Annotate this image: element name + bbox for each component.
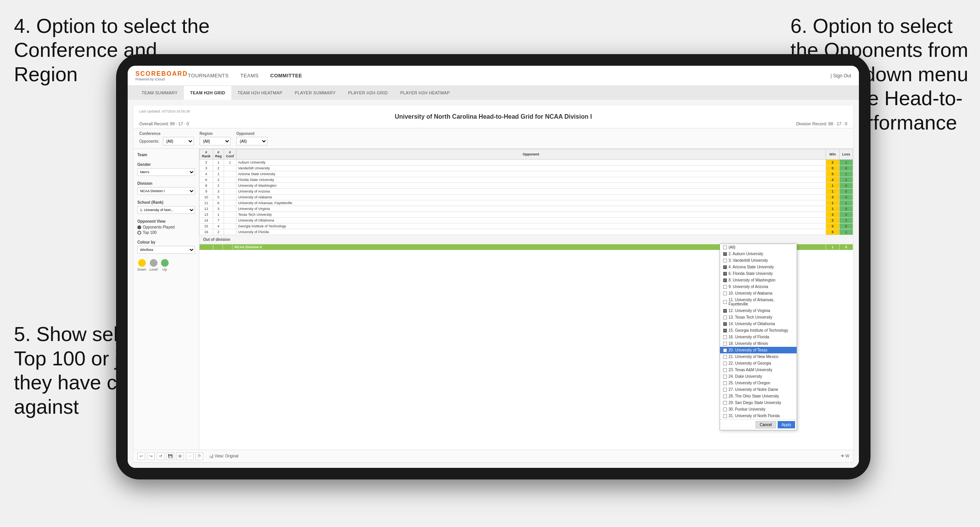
filter-conference: Conference Opponents: (All) [139,131,194,145]
dropdown-item[interactable]: 31. University of North Florida [720,413,797,419]
cell-rank: 12 [200,206,213,212]
subnav-player-h2h-grid[interactable]: PLAYER H2H GRID [342,86,394,100]
region-select[interactable]: (All) [200,137,231,145]
school-select[interactable]: 1. University of Nort... [137,206,195,214]
dropdown-checkbox [723,394,727,398]
cell-loss: 0 [840,212,853,218]
subnav-team-h2h-grid[interactable]: TEAM H2H GRID [184,86,231,100]
radio-opponents-played[interactable]: Opponents Played [137,225,195,229]
cell-rank: 8 [200,183,213,189]
dropdown-item-label: (All) [729,245,735,249]
dropdown-item[interactable]: 28. The Ohio State University [720,393,797,399]
cell-reg: 2 [213,177,224,183]
dropdown-item-label: 22. University of Georgia [729,361,771,365]
nav-signout[interactable]: | Sign Out [831,73,851,78]
legend-up-circle [161,259,169,267]
conference-select[interactable]: (All) [163,137,194,145]
nav-committee[interactable]: COMMITTEE [270,73,303,78]
cancel-button[interactable]: Cancel [756,421,776,428]
dropdown-checkbox: ✓ [723,322,727,326]
subnav-player-h2h-heatmap[interactable]: PLAYER H2H HEATMAP [394,86,456,100]
nav-teams[interactable]: TEAMS [240,73,258,78]
dropdown-item-label: 8. University of Washington [729,278,775,282]
dropdown-item[interactable]: 27. University of Notre Dame [720,386,797,393]
cell-loss: 1 [840,160,853,165]
eye-icon: 👁 W [841,454,849,458]
cell-reg: 5 [213,194,224,200]
dropdown-item[interactable]: ✓4. Arizona State University [720,264,797,270]
dropdown-checkbox [723,401,727,405]
dropdown-item-label: 15. Georgia Institute of Technology [729,328,788,333]
subnav-team-h2h-heatmap[interactable]: TEAM H2H HEATMAP [231,86,289,100]
division-select[interactable]: NCAA Division I [137,187,195,195]
dropdown-checkbox [723,381,727,385]
dropdown-item-label: 13. Texas Tech University [729,315,772,319]
school-label: School (Rank) [137,200,195,205]
redo-button[interactable]: ↪ [147,452,155,460]
dropdown-item[interactable]: 11. University of Arkansas, Fayetteville [720,297,797,307]
clock-button[interactable]: ⏱ [195,452,203,460]
undo-button[interactable]: ↩ [137,452,145,460]
copy-button[interactable]: ⊞ [176,452,184,460]
table-row: 12 3 University of Virginia 1 0 [200,206,853,212]
subnav-team-summary[interactable]: TEAM SUMMARY [135,86,184,100]
dropdown-item[interactable]: ✓15. Georgia Institute of Technology [720,327,797,334]
apply-button[interactable]: Apply [778,421,795,428]
colour-select[interactable]: Win/loss [137,246,195,254]
h2h-table: #Rank #Reg #Conf Opponent Win Loss 2 [199,149,853,235]
dropdown-item[interactable]: 9. University of Arizona [720,283,797,290]
dropdown-item[interactable]: ✓14. University of Oklahoma [720,321,797,327]
cell-win: 1 [826,189,840,194]
dropdown-item[interactable]: 24. Duke University [720,373,797,380]
cell-conf [224,171,236,177]
dropdown-item[interactable]: 21. University of New Mexico [720,353,797,360]
dropdown-checkbox: ✓ [723,272,727,276]
subnav-player-summary[interactable]: PLAYER SUMMARY [289,86,342,100]
dropdown-item[interactable]: 18. University of Illinois [720,340,797,347]
table-row: 9 3 University of Arizona 1 0 [200,189,853,194]
nav-tournaments[interactable]: TOURNAMENTS [188,73,229,78]
dropdown-item[interactable]: ✓8. University of Washington [720,277,797,283]
dropdown-item[interactable]: 13. Texas Tech University [720,314,797,321]
dropdown-item[interactable]: 23. Texas A&M University [720,367,797,373]
report-records: Overall Record: 89 · 17 · 0 Division Rec… [139,121,847,126]
dropdown-checkbox: ✓ [723,252,727,256]
dropdown-item[interactable]: 29. San Diego State University [720,399,797,406]
cell-loss: 0 [840,189,853,194]
dropdown-item[interactable]: 16. University of Florida [720,334,797,340]
dropdown-item[interactable]: ✓6. Florida State University [720,270,797,277]
dropdown-item-label: 18. University of Illinois [729,341,768,346]
cell-loss: 0 [840,183,853,189]
nav-links: TOURNAMENTS TEAMS COMMITTEE [188,73,831,78]
dropdown-item[interactable]: ✓12. University of Virginia [720,307,797,314]
col-rank: #Rank [200,149,213,160]
gender-select[interactable]: Men's [137,168,195,176]
opponent-select[interactable]: (All) [236,137,267,145]
dropdown-checkbox [723,342,727,346]
cell-conf: 1 [224,160,236,165]
dropdown-item[interactable]: 30. Purdue University [720,406,797,413]
dropdown-item-label: 11. University of Arkansas, Fayetteville [729,298,794,306]
refresh-button[interactable]: ↺ [157,452,164,460]
cell-loss: 2 [840,177,853,183]
radio-group: Opponents Played Top 100 [137,225,195,235]
dropdown-item[interactable]: (All) [720,244,797,251]
radio-top100[interactable]: Top 100 [137,230,195,235]
dropdown-item[interactable]: 10. University of Alabama [720,290,797,297]
dropdown-item-label: 6. Florida State University [729,271,773,276]
dropdown-item[interactable]: 22. University of Georgia [720,360,797,367]
dropdown-item[interactable]: 25. University of Oregon [720,380,797,386]
dropdown-item[interactable]: 20. University of Texas [720,347,797,353]
cell-reg: 3 [213,189,224,194]
team-label: Team [137,153,195,157]
dropdown-item[interactable]: ✓2. Auburn University [720,251,797,257]
cell-rank: 10 [200,194,213,200]
dropdown-item[interactable]: 3. Vanderbilt University [720,257,797,264]
table-row: 4 1 Arizona State University 5 1 [200,171,853,177]
legend-level-circle [150,259,157,267]
save-button[interactable]: 💾 [166,452,174,460]
more-button[interactable]: ⋯ [186,452,193,460]
cell-conf [224,206,236,212]
left-sidebar: Team Gender Men's Division NCAA Division… [133,149,199,450]
cell-reg: 1 [213,212,224,218]
